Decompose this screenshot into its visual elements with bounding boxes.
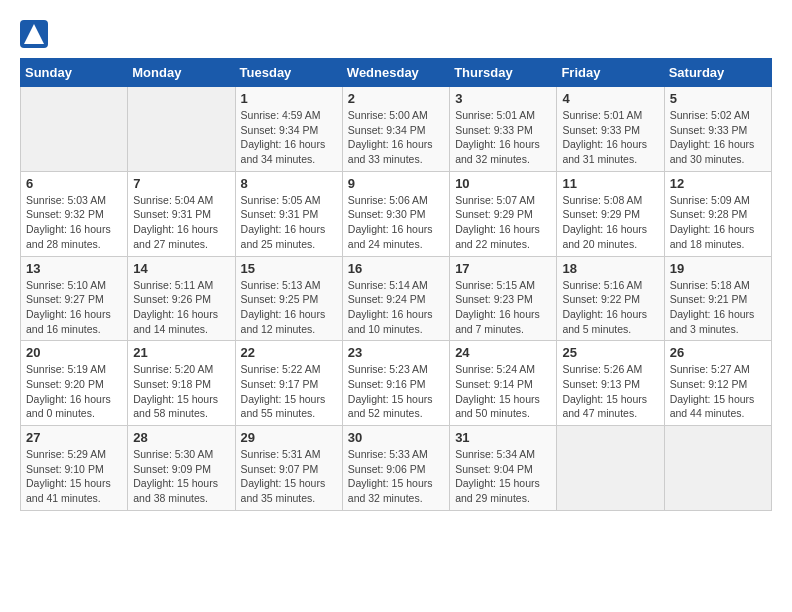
day-number: 4 <box>562 91 658 106</box>
day-info: Sunrise: 5:18 AM Sunset: 9:21 PM Dayligh… <box>670 278 766 337</box>
day-number: 25 <box>562 345 658 360</box>
calendar-cell: 19Sunrise: 5:18 AM Sunset: 9:21 PM Dayli… <box>664 256 771 341</box>
calendar-cell: 23Sunrise: 5:23 AM Sunset: 9:16 PM Dayli… <box>342 341 449 426</box>
calendar-cell: 22Sunrise: 5:22 AM Sunset: 9:17 PM Dayli… <box>235 341 342 426</box>
day-info: Sunrise: 5:08 AM Sunset: 9:29 PM Dayligh… <box>562 193 658 252</box>
calendar-cell: 3Sunrise: 5:01 AM Sunset: 9:33 PM Daylig… <box>450 87 557 172</box>
day-info: Sunrise: 5:19 AM Sunset: 9:20 PM Dayligh… <box>26 362 122 421</box>
calendar-cell: 29Sunrise: 5:31 AM Sunset: 9:07 PM Dayli… <box>235 426 342 511</box>
calendar-week-row: 6Sunrise: 5:03 AM Sunset: 9:32 PM Daylig… <box>21 171 772 256</box>
day-info: Sunrise: 5:13 AM Sunset: 9:25 PM Dayligh… <box>241 278 337 337</box>
calendar-cell: 13Sunrise: 5:10 AM Sunset: 9:27 PM Dayli… <box>21 256 128 341</box>
logo <box>20 20 50 48</box>
calendar-body: 1Sunrise: 4:59 AM Sunset: 9:34 PM Daylig… <box>21 87 772 511</box>
day-info: Sunrise: 5:14 AM Sunset: 9:24 PM Dayligh… <box>348 278 444 337</box>
calendar-cell: 4Sunrise: 5:01 AM Sunset: 9:33 PM Daylig… <box>557 87 664 172</box>
calendar-cell: 26Sunrise: 5:27 AM Sunset: 9:12 PM Dayli… <box>664 341 771 426</box>
weekday-header: Saturday <box>664 59 771 87</box>
calendar-table: SundayMondayTuesdayWednesdayThursdayFrid… <box>20 58 772 511</box>
day-number: 27 <box>26 430 122 445</box>
day-number: 15 <box>241 261 337 276</box>
calendar-cell: 17Sunrise: 5:15 AM Sunset: 9:23 PM Dayli… <box>450 256 557 341</box>
day-number: 11 <box>562 176 658 191</box>
calendar-week-row: 27Sunrise: 5:29 AM Sunset: 9:10 PM Dayli… <box>21 426 772 511</box>
day-info: Sunrise: 5:22 AM Sunset: 9:17 PM Dayligh… <box>241 362 337 421</box>
calendar-cell: 9Sunrise: 5:06 AM Sunset: 9:30 PM Daylig… <box>342 171 449 256</box>
calendar-cell: 20Sunrise: 5:19 AM Sunset: 9:20 PM Dayli… <box>21 341 128 426</box>
day-number: 3 <box>455 91 551 106</box>
day-number: 13 <box>26 261 122 276</box>
weekday-header: Tuesday <box>235 59 342 87</box>
day-info: Sunrise: 5:20 AM Sunset: 9:18 PM Dayligh… <box>133 362 229 421</box>
day-info: Sunrise: 5:00 AM Sunset: 9:34 PM Dayligh… <box>348 108 444 167</box>
calendar-cell: 12Sunrise: 5:09 AM Sunset: 9:28 PM Dayli… <box>664 171 771 256</box>
day-number: 8 <box>241 176 337 191</box>
calendar-cell: 31Sunrise: 5:34 AM Sunset: 9:04 PM Dayli… <box>450 426 557 511</box>
day-info: Sunrise: 5:07 AM Sunset: 9:29 PM Dayligh… <box>455 193 551 252</box>
calendar-cell <box>664 426 771 511</box>
calendar-cell: 14Sunrise: 5:11 AM Sunset: 9:26 PM Dayli… <box>128 256 235 341</box>
day-number: 16 <box>348 261 444 276</box>
day-info: Sunrise: 5:01 AM Sunset: 9:33 PM Dayligh… <box>455 108 551 167</box>
day-info: Sunrise: 5:29 AM Sunset: 9:10 PM Dayligh… <box>26 447 122 506</box>
day-number: 28 <box>133 430 229 445</box>
calendar-cell: 7Sunrise: 5:04 AM Sunset: 9:31 PM Daylig… <box>128 171 235 256</box>
day-number: 12 <box>670 176 766 191</box>
day-info: Sunrise: 5:23 AM Sunset: 9:16 PM Dayligh… <box>348 362 444 421</box>
day-info: Sunrise: 5:09 AM Sunset: 9:28 PM Dayligh… <box>670 193 766 252</box>
day-info: Sunrise: 5:16 AM Sunset: 9:22 PM Dayligh… <box>562 278 658 337</box>
calendar-cell: 11Sunrise: 5:08 AM Sunset: 9:29 PM Dayli… <box>557 171 664 256</box>
calendar-cell: 30Sunrise: 5:33 AM Sunset: 9:06 PM Dayli… <box>342 426 449 511</box>
calendar-cell: 5Sunrise: 5:02 AM Sunset: 9:33 PM Daylig… <box>664 87 771 172</box>
day-number: 5 <box>670 91 766 106</box>
day-info: Sunrise: 5:34 AM Sunset: 9:04 PM Dayligh… <box>455 447 551 506</box>
calendar-cell: 2Sunrise: 5:00 AM Sunset: 9:34 PM Daylig… <box>342 87 449 172</box>
day-info: Sunrise: 5:06 AM Sunset: 9:30 PM Dayligh… <box>348 193 444 252</box>
day-info: Sunrise: 5:27 AM Sunset: 9:12 PM Dayligh… <box>670 362 766 421</box>
day-number: 6 <box>26 176 122 191</box>
day-info: Sunrise: 5:24 AM Sunset: 9:14 PM Dayligh… <box>455 362 551 421</box>
day-info: Sunrise: 5:03 AM Sunset: 9:32 PM Dayligh… <box>26 193 122 252</box>
calendar-cell: 1Sunrise: 4:59 AM Sunset: 9:34 PM Daylig… <box>235 87 342 172</box>
day-number: 26 <box>670 345 766 360</box>
day-info: Sunrise: 5:02 AM Sunset: 9:33 PM Dayligh… <box>670 108 766 167</box>
day-number: 19 <box>670 261 766 276</box>
day-number: 29 <box>241 430 337 445</box>
day-info: Sunrise: 5:11 AM Sunset: 9:26 PM Dayligh… <box>133 278 229 337</box>
day-info: Sunrise: 5:10 AM Sunset: 9:27 PM Dayligh… <box>26 278 122 337</box>
calendar-week-row: 13Sunrise: 5:10 AM Sunset: 9:27 PM Dayli… <box>21 256 772 341</box>
calendar-cell: 15Sunrise: 5:13 AM Sunset: 9:25 PM Dayli… <box>235 256 342 341</box>
weekday-header: Wednesday <box>342 59 449 87</box>
day-info: Sunrise: 5:04 AM Sunset: 9:31 PM Dayligh… <box>133 193 229 252</box>
calendar-cell: 21Sunrise: 5:20 AM Sunset: 9:18 PM Dayli… <box>128 341 235 426</box>
calendar-cell: 24Sunrise: 5:24 AM Sunset: 9:14 PM Dayli… <box>450 341 557 426</box>
day-number: 1 <box>241 91 337 106</box>
day-number: 9 <box>348 176 444 191</box>
day-info: Sunrise: 5:15 AM Sunset: 9:23 PM Dayligh… <box>455 278 551 337</box>
day-info: Sunrise: 5:30 AM Sunset: 9:09 PM Dayligh… <box>133 447 229 506</box>
day-number: 10 <box>455 176 551 191</box>
calendar-cell: 8Sunrise: 5:05 AM Sunset: 9:31 PM Daylig… <box>235 171 342 256</box>
day-info: Sunrise: 4:59 AM Sunset: 9:34 PM Dayligh… <box>241 108 337 167</box>
day-number: 24 <box>455 345 551 360</box>
day-info: Sunrise: 5:31 AM Sunset: 9:07 PM Dayligh… <box>241 447 337 506</box>
calendar-cell: 18Sunrise: 5:16 AM Sunset: 9:22 PM Dayli… <box>557 256 664 341</box>
calendar-cell <box>21 87 128 172</box>
calendar-cell: 10Sunrise: 5:07 AM Sunset: 9:29 PM Dayli… <box>450 171 557 256</box>
day-number: 7 <box>133 176 229 191</box>
day-number: 20 <box>26 345 122 360</box>
calendar-cell: 6Sunrise: 5:03 AM Sunset: 9:32 PM Daylig… <box>21 171 128 256</box>
day-number: 2 <box>348 91 444 106</box>
day-number: 17 <box>455 261 551 276</box>
weekday-header: Monday <box>128 59 235 87</box>
calendar-cell <box>128 87 235 172</box>
weekday-header: Friday <box>557 59 664 87</box>
day-number: 22 <box>241 345 337 360</box>
logo-icon <box>20 20 48 48</box>
weekday-header: Thursday <box>450 59 557 87</box>
day-number: 18 <box>562 261 658 276</box>
calendar-cell: 27Sunrise: 5:29 AM Sunset: 9:10 PM Dayli… <box>21 426 128 511</box>
day-number: 14 <box>133 261 229 276</box>
day-number: 21 <box>133 345 229 360</box>
page-header <box>20 20 772 48</box>
